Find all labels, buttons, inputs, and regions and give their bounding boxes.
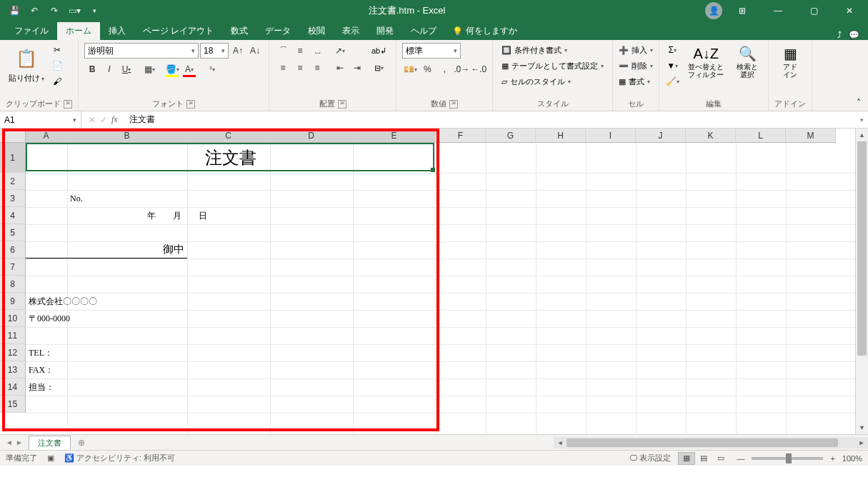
align-left-icon[interactable]: ≡ <box>275 60 291 76</box>
tab-review[interactable]: 校閲 <box>299 22 334 40</box>
tab-view[interactable]: 表示 <box>334 22 368 40</box>
font-name-select[interactable]: 游明朝▾ <box>84 43 199 59</box>
scroll-down-icon[interactable]: ▼ <box>856 421 868 434</box>
copy-icon[interactable]: 📄 <box>50 59 64 73</box>
accounting-format-icon[interactable]: 💴 <box>402 61 418 77</box>
minimize-icon[interactable]: — <box>762 0 794 21</box>
col-header-i[interactable]: I <box>586 129 636 143</box>
view-normal-icon[interactable]: ▦ <box>678 452 695 465</box>
zoom-level[interactable]: 100% <box>842 454 862 463</box>
formula-input[interactable]: 注文書 <box>125 111 855 128</box>
row-header-2[interactable]: 2 <box>0 173 26 190</box>
row-header-14[interactable]: 14 <box>0 378 26 396</box>
col-header-f[interactable]: F <box>436 129 486 143</box>
find-select-button[interactable]: 🔍 検索と 選択 <box>732 43 762 80</box>
new-sheet-icon[interactable]: ⊕ <box>71 438 92 448</box>
macro-record-icon[interactable]: ▣ <box>47 453 54 463</box>
row-header-12[interactable]: 12 <box>0 344 26 361</box>
decrease-font-icon[interactable]: A↓ <box>247 43 263 59</box>
font-dialog-launcher[interactable] <box>186 100 195 109</box>
cell-a10-postal[interactable]: 〒000-0000 <box>26 310 169 327</box>
cut-icon[interactable]: ✂ <box>50 43 64 57</box>
percent-icon[interactable]: % <box>419 61 435 77</box>
view-pagelayout-icon[interactable]: ▤ <box>695 452 712 465</box>
decrease-indent-icon[interactable]: ⇤ <box>332 60 348 76</box>
col-header-b[interactable]: B <box>67 129 187 143</box>
hscroll-thumb[interactable] <box>567 438 838 447</box>
cancel-formula-icon[interactable]: ✕ <box>89 115 96 125</box>
tab-formulas[interactable]: 数式 <box>222 22 256 40</box>
hscroll-left-icon[interactable]: ◄ <box>554 439 567 446</box>
close-icon[interactable]: ✕ <box>834 0 865 21</box>
cell-styles-button[interactable]: ▱セルのスタイル <box>499 74 607 89</box>
enter-formula-icon[interactable]: ✓ <box>100 115 107 125</box>
format-cells-button[interactable]: ▦書式 <box>619 74 653 89</box>
qat-customize-icon[interactable]: ▾ <box>86 2 103 19</box>
horizontal-scrollbar[interactable]: ◄ ► <box>554 437 868 448</box>
number-format-select[interactable]: 標準▾ <box>402 43 461 59</box>
sheet-nav-next-icon[interactable]: ► <box>16 438 23 446</box>
fill-handle[interactable] <box>431 168 435 172</box>
row-header-6[interactable]: 6 <box>0 241 26 258</box>
collapse-ribbon-icon[interactable]: ˄ <box>849 95 868 111</box>
cell-a6-onchu[interactable]: 御中 <box>26 241 187 258</box>
clear-icon[interactable]: 🧹 <box>665 74 679 89</box>
row-header-1[interactable]: 1 <box>0 143 26 173</box>
fill-icon[interactable]: ▼ <box>665 59 679 73</box>
tab-file[interactable]: ファイル <box>6 22 57 40</box>
tell-me-search[interactable]: 💡 何をしますか <box>445 22 524 40</box>
number-dialog-launcher[interactable] <box>449 100 458 109</box>
cell-a9-company[interactable]: 株式会社〇〇〇〇 <box>26 293 169 310</box>
italic-button[interactable]: I <box>101 61 117 77</box>
merge-cells-button[interactable]: ⊟ <box>368 60 390 76</box>
comments-icon[interactable]: 💬 <box>849 30 859 40</box>
view-pagebreak-icon[interactable]: ▭ <box>712 452 729 465</box>
cell-a12-tel[interactable]: TEL： <box>26 344 97 361</box>
align-right-icon[interactable]: ≡ <box>309 60 325 76</box>
sheet-nav-prev-icon[interactable]: ◄ <box>6 438 13 446</box>
vscroll-thumb[interactable] <box>857 141 867 356</box>
ribbon-display-icon[interactable]: ⊞ <box>727 0 758 21</box>
col-header-m[interactable]: M <box>786 129 836 143</box>
align-center-icon[interactable]: ≡ <box>292 60 308 76</box>
sheet-tab-active[interactable]: 注文書 <box>29 436 71 450</box>
hscroll-right-icon[interactable]: ► <box>855 439 868 446</box>
redo-icon[interactable]: ↷ <box>46 2 63 19</box>
increase-indent-icon[interactable]: ⇥ <box>349 60 365 76</box>
tab-help[interactable]: ヘルプ <box>402 22 445 40</box>
paste-button[interactable]: 📋 貼り付け <box>6 43 47 85</box>
display-settings[interactable]: 🖵 表示設定 <box>629 453 671 463</box>
tab-home[interactable]: ホーム <box>57 22 100 40</box>
col-header-e[interactable]: E <box>353 129 436 143</box>
alignment-dialog-launcher[interactable] <box>338 100 346 109</box>
vertical-scrollbar[interactable]: ▲ ▼ <box>855 129 868 434</box>
autosum-icon[interactable]: Σ <box>665 43 679 57</box>
col-header-h[interactable]: H <box>536 129 586 143</box>
tab-pagelayout[interactable]: ページ レイアウト <box>134 22 222 40</box>
row-header-13[interactable]: 13 <box>0 361 26 378</box>
phonetic-icon[interactable]: ᶻ <box>204 61 220 77</box>
account-avatar-icon[interactable]: 👤 <box>705 2 722 19</box>
col-header-d[interactable]: D <box>270 129 353 143</box>
col-header-k[interactable]: K <box>686 129 736 143</box>
cell-b3-no[interactable]: No. <box>67 190 110 207</box>
align-bottom-icon[interactable]: ⎵ <box>309 43 325 59</box>
row-header-10[interactable]: 10 <box>0 310 26 327</box>
row-header-4[interactable]: 4 <box>0 207 26 224</box>
decrease-decimal-icon[interactable]: ←.0 <box>471 61 487 77</box>
sort-filter-button[interactable]: A↓Z 並べ替えと フィルター <box>684 43 728 80</box>
format-as-table-button[interactable]: ▦テーブルとして書式設定 <box>499 59 607 73</box>
bold-button[interactable]: B <box>84 61 100 77</box>
zoom-slider[interactable] <box>752 457 823 460</box>
cell-a13-fax[interactable]: FAX： <box>26 361 97 378</box>
increase-decimal-icon[interactable]: .0→ <box>454 61 469 77</box>
accessibility-status[interactable]: ♿ アクセシビリティ: 利用不可 <box>64 453 175 463</box>
col-header-l[interactable]: L <box>736 129 786 143</box>
row-header-11[interactable]: 11 <box>0 327 26 344</box>
undo-icon[interactable]: ↶ <box>26 2 43 19</box>
row-header-9[interactable]: 9 <box>0 293 26 310</box>
share-icon[interactable]: ⤴ <box>837 30 842 40</box>
row-header-7[interactable]: 7 <box>0 258 26 276</box>
font-size-select[interactable]: 18▾ <box>200 43 229 59</box>
wrap-text-button[interactable]: ab↲ <box>368 43 390 59</box>
